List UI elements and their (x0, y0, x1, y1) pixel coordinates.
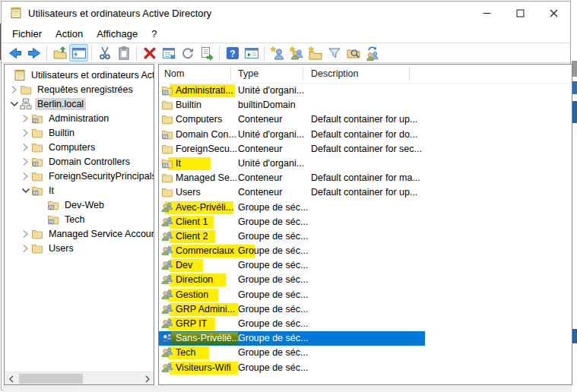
toolbar-export-list-button[interactable] (197, 44, 216, 62)
chevron-right-icon[interactable] (20, 128, 31, 138)
list-row-users[interactable]: UsersConteneurDefault container for up..… (159, 185, 572, 200)
list-row-builtin[interactable]: BuiltinbuiltinDomain (159, 98, 572, 112)
tree-horizontal-scrollbar[interactable] (5, 371, 154, 384)
list-row-client-1[interactable]: Client 1Groupe de séc... (159, 215, 572, 229)
menu-affichage[interactable]: Affichage (90, 26, 144, 42)
toolbar-delete-button[interactable] (140, 44, 159, 62)
tree-item-it[interactable]: It (5, 183, 154, 198)
tree-item-berlin-local[interactable]: Berlin.local (5, 96, 154, 111)
tree-item-domain-controllers[interactable]: Domain Controllers (5, 154, 154, 169)
folder-icon (161, 186, 173, 198)
toolbar-find-button[interactable] (344, 44, 363, 62)
close-button[interactable] (537, 2, 570, 24)
chevron-right-icon[interactable] (20, 143, 31, 152)
column-header-nom[interactable]: Nom (164, 68, 184, 79)
list-row-computers[interactable]: ComputersConteneurDefault container for … (159, 112, 572, 127)
toolbar-refresh-button[interactable] (178, 44, 197, 62)
list-row-visiteurs-wifi[interactable]: Visiteurs-WifiGroupe de séc... (159, 361, 572, 375)
menu-fichier[interactable]: Fichier (5, 26, 49, 42)
tree-item-users[interactable]: Users (5, 241, 154, 255)
filter-icon (327, 46, 342, 61)
chevron-right-icon[interactable] (20, 229, 31, 239)
tree-item-managed-service-accounts[interactable]: Managed Service Accounts (5, 226, 154, 241)
list-row-client-2[interactable]: Client 2Groupe de séc... (159, 229, 572, 244)
toolbar-new-group-button[interactable] (287, 44, 306, 62)
column-header-type[interactable]: Type (238, 68, 258, 79)
column-header-description[interactable]: Description (311, 68, 359, 79)
back-arrow-icon (8, 46, 23, 61)
toolbar-console-tree-button[interactable] (69, 44, 88, 62)
menu-help[interactable]: ? (144, 26, 163, 42)
folder-ou-icon (47, 199, 59, 211)
up-level-icon (52, 46, 68, 61)
toolbar-filter-button[interactable] (325, 44, 344, 62)
chevron-right-icon[interactable] (20, 157, 31, 166)
screen: Utilisateurs et ordinateurs Active Direc… (0, 0, 577, 392)
tree-item-utilisateurs-et-ordinateurs-active[interactable]: Utilisateurs et ordinateurs Active (5, 68, 154, 82)
console-icon (14, 69, 26, 81)
folder-icon (161, 99, 173, 111)
chevron-right-icon[interactable] (20, 172, 31, 181)
list-row-dev[interactable]: DevGroupe de séc... (159, 258, 572, 273)
tree-item-label: Users (46, 242, 76, 254)
tree-item-dev-web[interactable]: Dev-Web (5, 198, 154, 212)
help-icon: ? (225, 46, 240, 61)
toolbar-up-level-button[interactable] (50, 44, 69, 62)
cell-name: Builtin (176, 100, 201, 110)
tree-item-tech[interactable]: Tech (5, 212, 154, 226)
column-separator[interactable] (409, 68, 410, 81)
folder-ou-icon (47, 213, 59, 226)
tree-item-label: Tech (62, 213, 87, 226)
toolbar-back-arrow-button[interactable] (5, 44, 24, 62)
tree-item-builtin[interactable]: Builtin (5, 125, 154, 140)
toolbar-paste-button[interactable] (114, 44, 133, 62)
minimize-button[interactable] (470, 2, 503, 24)
tree-item-label: Managed Service Accounts (46, 228, 154, 240)
list-row-tech[interactable]: TechGroupe de séc... (159, 346, 572, 360)
list-row-managed-se[interactable]: Managed Se...ConteneurDefault container … (159, 171, 572, 185)
chevron-down-icon[interactable] (8, 100, 20, 109)
chevron-right-icon[interactable] (8, 85, 20, 94)
list-row-avec-priv-li[interactable]: Avec-Privéli...Groupe de séc... (159, 201, 572, 215)
chevron-right-icon[interactable] (20, 244, 31, 253)
list-row-administrati[interactable]: Administrati...Unité d'organi... (159, 84, 572, 98)
toolbar-forward-arrow-button[interactable] (24, 44, 43, 62)
list-row-direction[interactable]: DirectionGroupe de séc... (159, 273, 572, 287)
tree-item-foreignsecurityprincipals[interactable]: ForeignSecurityPrincipals (5, 169, 154, 183)
cell-type: Unité d'organi... (238, 158, 304, 169)
list-row-domain-con[interactable]: Domain Con...Unité d'organi...Default co… (159, 128, 572, 142)
cell-description: Default container for do... (311, 129, 417, 140)
tree-item-requ-tes-enregistr-es[interactable]: Requêtes enregistrées (5, 82, 154, 96)
toolbar-change-user-button[interactable] (363, 44, 382, 62)
chevron-down-icon[interactable] (20, 186, 31, 195)
list-row-it[interactable]: ItUnité d'organi... (159, 156, 572, 171)
tree-item-computers[interactable]: Computers (5, 140, 154, 154)
scroll-left-button[interactable] (5, 372, 17, 385)
list-row-sans-priv-li[interactable]: Sans-Privéliè...Groupe de séc... (159, 331, 572, 346)
tree-item-administration[interactable]: Administration (5, 111, 154, 125)
list-row-grp-admini[interactable]: GRP Admini...Groupe de séc... (159, 302, 572, 317)
scroll-right-button[interactable] (141, 372, 154, 385)
column-separator[interactable] (303, 68, 303, 81)
toolbar-window-pane-button[interactable] (242, 44, 261, 62)
toolbar-properties-button[interactable] (159, 44, 178, 62)
menu-action[interactable]: Action (49, 26, 90, 42)
list-row-grp-it[interactable]: GRP ITGroupe de séc... (159, 317, 572, 331)
cell-description: Default container for sec... (311, 144, 422, 154)
list-row-gestion[interactable]: GestionGroupe de séc... (159, 288, 572, 302)
paste-icon (116, 46, 132, 61)
new-user-icon (270, 46, 285, 61)
chevron-right-icon[interactable] (20, 114, 31, 123)
list-row-commerciaux[interactable]: CommerciauxGroupe de séc... (159, 244, 572, 258)
toolbar-new-user-button[interactable] (268, 44, 287, 62)
scrollbar-thumb[interactable] (19, 374, 83, 384)
toolbar-help-button[interactable]: ? (223, 44, 242, 62)
list-row-foreignsecu[interactable]: ForeignSecu...ConteneurDefault container… (159, 142, 572, 156)
column-separator[interactable] (230, 68, 231, 81)
toolbar-separator (136, 46, 137, 61)
maximize-button[interactable] (503, 2, 537, 24)
toolbar-new-org-unit-button[interactable] (306, 44, 325, 62)
cell-type: Groupe de séc... (238, 362, 308, 373)
console-tree: Utilisateurs et ordinateurs ActiveRequêt… (5, 68, 154, 371)
toolbar-cut-button[interactable] (95, 44, 114, 62)
